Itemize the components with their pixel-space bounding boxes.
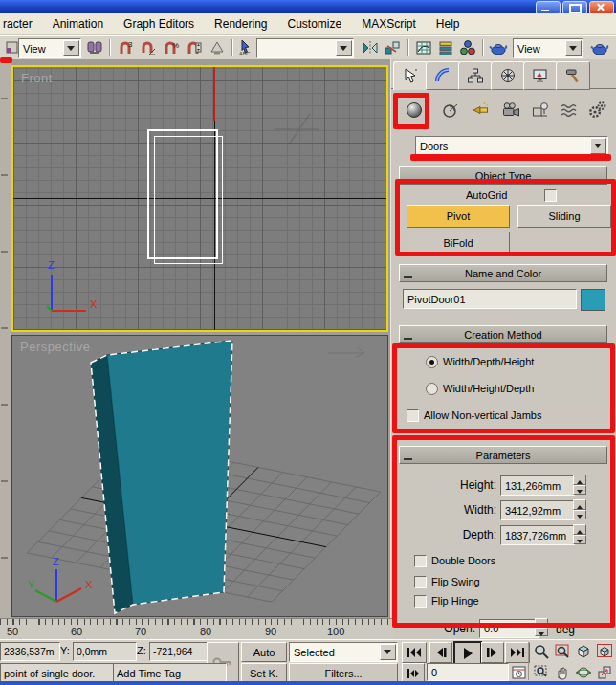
arc-rotate-button[interactable]	[574, 663, 593, 682]
minimize-button[interactable]	[536, 1, 561, 14]
close-button[interactable]	[589, 1, 614, 14]
rollout-creation-method[interactable]: Creation Method	[399, 325, 607, 343]
menu-animation[interactable]: Animation	[52, 17, 104, 31]
angle-snap-icon[interactable]	[138, 37, 159, 58]
use-center-icon[interactable]	[84, 37, 105, 58]
zoom-button[interactable]	[532, 642, 551, 661]
zoom-extents-button[interactable]	[574, 642, 593, 661]
menu-graph-editors[interactable]: Graph Editors	[122, 17, 195, 31]
mirror-icon[interactable]	[360, 37, 381, 58]
next-frame-button[interactable]	[481, 642, 504, 663]
dropdown-arrow-icon[interactable]	[565, 40, 582, 56]
ref-coordinate-dropdown[interactable]: View	[18, 38, 81, 58]
go-to-end-button[interactable]	[505, 642, 530, 663]
pivot-door-object[interactable]	[91, 341, 232, 613]
menu-character[interactable]: racter	[2, 17, 33, 31]
menu-customize[interactable]: Customize	[286, 17, 342, 31]
time-configuration-button[interactable]	[510, 663, 529, 682]
region-zoom-button[interactable]	[532, 663, 551, 682]
open-spinner[interactable]	[535, 618, 548, 636]
title-bar[interactable]	[0, 0, 616, 13]
auto-key-button[interactable]: Auto	[241, 642, 287, 662]
menu-rendering[interactable]: Rendering	[213, 17, 268, 31]
keyboard-override-icon[interactable]	[207, 37, 228, 58]
object-name-field[interactable]	[403, 289, 577, 309]
dropdown-arrow-icon[interactable]	[63, 40, 79, 56]
jambs-checkbox[interactable]	[407, 409, 419, 422]
snap-toggle-icon[interactable]: 3	[115, 37, 136, 58]
z-coordinate-field[interactable]: -721,964	[149, 642, 209, 661]
rollout-parameters[interactable]: Parameters	[399, 446, 607, 464]
menu-help[interactable]: Help	[435, 17, 461, 31]
geometry-category-dropdown[interactable]: Doors	[415, 136, 608, 156]
y-coordinate-field[interactable]: 0,0mm	[73, 642, 137, 661]
category-systems-icon[interactable]	[584, 96, 611, 124]
jambs-label[interactable]: Allow Non-vertical Jambs	[424, 409, 541, 421]
object-color-swatch[interactable]	[581, 289, 605, 311]
height-field[interactable]: 131,266mm	[500, 475, 575, 496]
flip-hinge-checkbox[interactable]	[414, 595, 427, 608]
previous-frame-button[interactable]	[429, 642, 452, 663]
double-doors-checkbox[interactable]	[414, 555, 427, 567]
width-field[interactable]: 3412,92mm	[500, 500, 575, 520]
play-button[interactable]	[453, 641, 482, 665]
category-cameras-icon[interactable]	[498, 96, 525, 124]
double-doors-label[interactable]: Double Doors	[431, 555, 495, 566]
radio-wdh-label[interactable]: Width/Depth/Height	[443, 356, 534, 367]
width-spinner[interactable]	[573, 499, 586, 519]
tab-display[interactable]	[523, 61, 558, 90]
category-shapes-icon[interactable]	[437, 96, 464, 124]
flip-hinge-label[interactable]: Flip Hinge	[431, 595, 479, 607]
perspective-viewport[interactable]: Perspective	[11, 335, 388, 617]
radio-width-height-depth[interactable]	[426, 383, 438, 395]
category-spacewarps-icon[interactable]	[556, 96, 583, 124]
door-wireframe[interactable]	[147, 129, 218, 259]
depth-spinner[interactable]	[573, 524, 586, 544]
sliding-button[interactable]: Sliding	[517, 205, 611, 228]
radio-width-depth-height[interactable]	[426, 356, 438, 368]
rollout-object-type[interactable]: Object Type	[399, 166, 607, 185]
current-frame-field[interactable]	[427, 663, 509, 681]
rollout-name-color[interactable]: Name and Color	[399, 264, 607, 282]
track-bar[interactable]: 50 60 70 80 90 100	[0, 618, 394, 640]
pan-button[interactable]	[553, 663, 572, 682]
tab-hierarchy[interactable]	[458, 61, 493, 90]
category-lights-icon[interactable]	[468, 96, 495, 124]
flip-swing-checkbox[interactable]	[414, 576, 427, 588]
front-viewport[interactable]: Front Z X	[11, 65, 388, 332]
min-max-toggle-button[interactable]	[595, 663, 614, 682]
x-coordinate-field[interactable]: 2336,537m	[0, 642, 60, 661]
depth-field[interactable]: 1837,726mm	[500, 525, 575, 545]
spinner-snap-icon[interactable]	[184, 37, 205, 58]
tab-motion[interactable]	[491, 61, 525, 90]
quick-render-icon[interactable]	[589, 37, 610, 58]
zoom-extents-all-button[interactable]	[595, 642, 614, 661]
percent-snap-icon[interactable]: %	[161, 37, 182, 58]
category-helpers-icon[interactable]	[527, 96, 554, 124]
category-geometry-icon[interactable]	[401, 96, 428, 124]
dropdown-arrow-icon[interactable]	[336, 40, 352, 56]
named-selection-dropdown[interactable]	[256, 38, 354, 58]
dropdown-arrow-icon[interactable]	[380, 644, 396, 660]
tab-utilities[interactable]	[556, 61, 590, 90]
render-type-dropdown[interactable]: View	[513, 38, 583, 58]
open-field[interactable]: 0.0	[479, 619, 539, 638]
curve-editor-icon[interactable]	[413, 37, 434, 58]
viewport-label-front[interactable]: Front	[21, 71, 53, 85]
menu-maxscript[interactable]: MAXScript	[361, 17, 417, 31]
schematic-view-icon[interactable]	[435, 37, 456, 58]
radio-whd-label[interactable]: Width/Height/Depth	[443, 383, 534, 394]
selection-filter-dropdown[interactable]: Selected	[289, 642, 398, 662]
height-spinner[interactable]	[573, 475, 586, 495]
material-editor-icon[interactable]	[457, 37, 478, 58]
tab-create[interactable]	[393, 61, 428, 90]
autogrid-checkbox[interactable]	[544, 189, 557, 202]
render-scene-icon[interactable]	[488, 37, 509, 58]
tab-modify[interactable]	[426, 61, 460, 90]
time-tag-field[interactable]: Add Time Tag	[113, 663, 227, 683]
named-selection-icon[interactable]: ABC	[235, 37, 256, 58]
bifold-button[interactable]: BiFold	[407, 232, 510, 254]
maximize-button[interactable]	[562, 1, 587, 14]
dropdown-arrow-icon[interactable]	[590, 138, 606, 154]
flip-swing-label[interactable]: Flip Swing	[431, 576, 480, 587]
